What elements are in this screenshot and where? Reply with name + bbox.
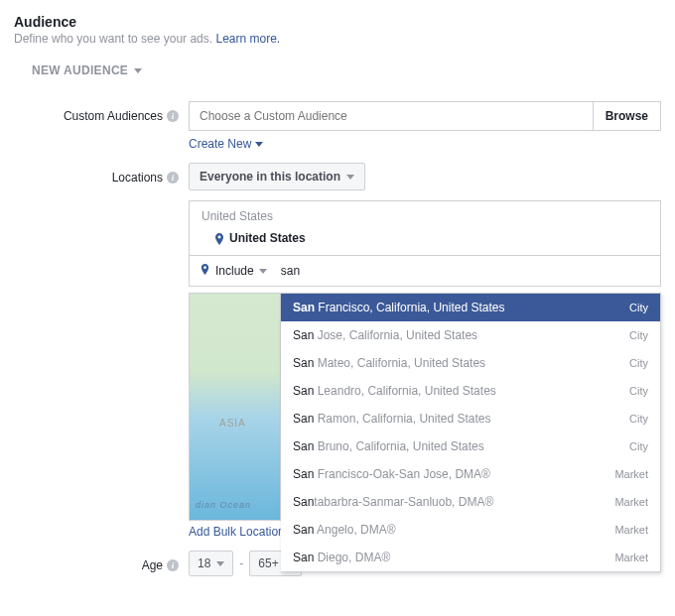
suggestion-type: Market (614, 468, 648, 480)
suggestion-type: City (629, 357, 648, 369)
suggestion-type: Market (614, 524, 648, 536)
info-icon[interactable]: i (167, 172, 179, 184)
location-search-input[interactable] (277, 256, 660, 286)
add-bulk-locations-link[interactable]: Add Bulk Location (189, 525, 285, 539)
learn-more-link[interactable]: Learn more. (215, 32, 280, 46)
tab-label: NEW AUDIENCE (32, 63, 128, 77)
location-suggestion[interactable]: San Mateo, California, United StatesCity (281, 349, 660, 377)
caret-down-icon (216, 561, 224, 566)
location-suggestion[interactable]: Santabarbra-Sanmar-Sanluob, DMA®Market (281, 488, 660, 516)
locations-label: Locations (112, 171, 163, 185)
suggestion-name: San Leandro, California, United States (293, 384, 496, 398)
age-dash: - (239, 556, 243, 570)
suggestion-name: San Diego, DMA® (293, 551, 390, 564)
pin-icon (200, 264, 210, 278)
section-subtitle: Define who you want to see your ads. Lea… (14, 32, 675, 46)
suggestion-name: San Mateo, California, United States (293, 356, 485, 370)
suggestion-name: San Ramon, California, United States (293, 412, 490, 426)
map-region-label: ASIA (219, 418, 246, 429)
section-title: Audience (14, 14, 675, 30)
caret-down-icon (259, 269, 267, 274)
suggestion-type: Market (614, 496, 648, 508)
suggestion-name: San Jose, California, United States (293, 328, 477, 342)
caret-down-icon (255, 142, 263, 147)
browse-button[interactable]: Browse (593, 102, 660, 130)
suggestion-type: City (629, 413, 648, 425)
location-country-header: United States (190, 201, 660, 227)
suggestion-type: City (629, 302, 648, 313)
pin-icon (213, 233, 223, 243)
location-suggestion[interactable]: San Ramon, California, United StatesCity (281, 405, 660, 432)
suggestion-type: City (629, 385, 648, 397)
suggestion-name: San Bruno, California, United States (293, 439, 484, 453)
location-suggestion[interactable]: San Diego, DMA®Market (281, 544, 660, 571)
location-suggestion[interactable]: San Bruno, California, United StatesCity (281, 432, 660, 460)
create-new-link[interactable]: Create New (189, 137, 263, 151)
age-min-select[interactable]: 18 (189, 551, 233, 576)
location-suggestion[interactable]: San Francisco, California, United States… (281, 294, 660, 321)
custom-audiences-label: Custom Audiences (64, 109, 163, 123)
age-max-value: 65+ (258, 556, 278, 570)
age-min-value: 18 (198, 556, 210, 570)
caret-down-icon (346, 175, 354, 180)
suggestion-name: San Francisco, California, United States (293, 301, 504, 314)
suggestion-name: San Francisco-Oak-San Jose, DMA® (293, 467, 490, 481)
subtitle-text: Define who you want to see your ads. (14, 32, 215, 46)
location-scope-value: Everyone in this location (200, 170, 340, 184)
caret-down-icon (134, 68, 142, 73)
age-label: Age (142, 558, 163, 572)
map-dropdown-wrap: ASIA dian Ocean San Francisco, Californi… (189, 293, 661, 521)
custom-audience-input[interactable] (190, 102, 593, 130)
info-icon[interactable]: i (167, 559, 179, 571)
info-icon[interactable]: i (167, 110, 179, 122)
include-toggle[interactable]: Include (190, 256, 277, 286)
map-preview[interactable]: ASIA dian Ocean (189, 293, 281, 521)
suggestion-type: City (629, 329, 648, 341)
location-dropdown: San Francisco, California, United States… (281, 293, 661, 572)
include-label: Include (215, 264, 254, 278)
selected-location[interactable]: United States (190, 227, 660, 255)
location-suggestion[interactable]: San Leandro, California, United StatesCi… (281, 377, 660, 405)
map-ocean-label: dian Ocean (196, 500, 251, 510)
location-suggestion[interactable]: San Jose, California, United StatesCity (281, 321, 660, 349)
selected-location-name: United States (229, 231, 306, 245)
location-suggestion[interactable]: San Angelo, DMA®Market (281, 516, 660, 544)
create-new-label: Create New (189, 137, 251, 151)
suggestion-type: Market (614, 552, 648, 563)
location-scope-select[interactable]: Everyone in this location (189, 163, 365, 190)
suggestion-type: City (629, 440, 648, 452)
suggestion-name: San Angelo, DMA® (293, 523, 396, 537)
location-suggestion[interactable]: San Francisco-Oak-San Jose, DMA®Market (281, 460, 660, 488)
new-audience-tab[interactable]: NEW AUDIENCE (32, 63, 142, 77)
locations-box: United States United States Include (189, 200, 661, 287)
suggestion-name: Santabarbra-Sanmar-Sanluob, DMA® (293, 495, 493, 509)
